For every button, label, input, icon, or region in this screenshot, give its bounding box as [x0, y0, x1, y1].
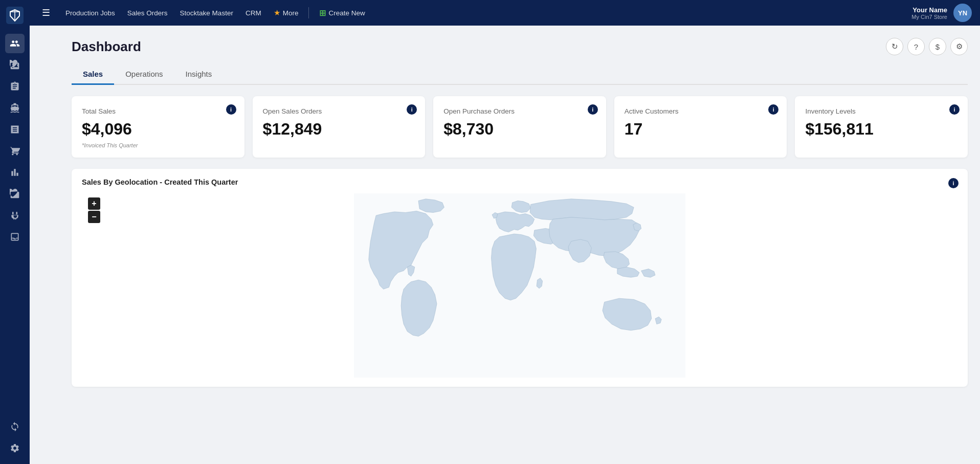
dashboard-header: Dashboard ↻ ? $ ⚙: [72, 38, 968, 55]
sidebar-icon-sync[interactable]: [5, 417, 25, 436]
tab-insights[interactable]: Insights: [174, 64, 224, 85]
map-title: Sales By Geolocation - Created This Quar…: [82, 178, 957, 186]
user-store: My Cin7 Store: [911, 14, 947, 20]
app-logo[interactable]: [6, 6, 24, 25]
sidebar-icon-ship[interactable]: [5, 98, 25, 118]
sidebar: [0, 0, 30, 464]
header-actions: ↻ ? $ ⚙: [886, 38, 968, 55]
sidebar-bottom: [5, 417, 25, 458]
sidebar-icon-factory[interactable]: [5, 120, 25, 139]
sidebar-icon-inbox[interactable]: [5, 227, 25, 247]
user-name: Your Name: [911, 6, 947, 14]
metric-card-open-sales-orders: i Open Sales Orders $12,849: [253, 96, 426, 158]
sidebar-icon-briefcase[interactable]: [5, 184, 25, 204]
main-content: Dashboard ↻ ? $ ⚙ Sales Operations Insig…: [59, 26, 980, 464]
total-sales-value: $4,096: [82, 120, 234, 138]
metric-card-inventory-levels: i Inventory Levels $156,811: [795, 96, 968, 158]
nav-crm[interactable]: CRM: [240, 6, 266, 20]
sidebar-icon-plug[interactable]: [5, 206, 25, 225]
open-sales-orders-info[interactable]: i: [407, 104, 417, 115]
open-sales-orders-value: $12,849: [263, 120, 415, 138]
zoom-in-button[interactable]: +: [88, 197, 100, 210]
world-map: [82, 193, 957, 378]
nav-more[interactable]: ★ More: [269, 5, 304, 20]
active-customers-value: 17: [625, 120, 777, 138]
refresh-button[interactable]: ↻: [886, 38, 903, 55]
user-avatar[interactable]: YN: [953, 4, 972, 22]
open-purchase-orders-label: Open Purchase Orders: [443, 107, 596, 115]
nav-production-jobs[interactable]: Production Jobs: [60, 6, 120, 20]
dashboard-title: Dashboard: [72, 39, 141, 55]
map-section: Sales By Geolocation - Created This Quar…: [72, 169, 968, 387]
inventory-levels-info[interactable]: i: [949, 104, 960, 115]
top-navigation: ☰ Production Jobs Sales Orders Stocktake…: [30, 0, 980, 26]
active-customers-label: Active Customers: [625, 107, 777, 115]
active-customers-info[interactable]: i: [768, 104, 778, 115]
metric-card-total-sales: i Total Sales $4,096 *Invoiced This Quar…: [72, 96, 244, 158]
open-sales-orders-label: Open Sales Orders: [263, 107, 415, 115]
total-sales-label: Total Sales: [82, 107, 234, 115]
nav-sales-orders[interactable]: Sales Orders: [122, 6, 173, 20]
metric-card-active-customers: i Active Customers 17: [614, 96, 787, 158]
open-purchase-orders-info[interactable]: i: [588, 104, 598, 115]
metric-card-open-purchase-orders: i Open Purchase Orders $8,730: [433, 96, 606, 158]
sidebar-icon-cart[interactable]: [5, 141, 25, 161]
help-button[interactable]: ?: [907, 38, 925, 55]
dashboard-tabs: Sales Operations Insights: [72, 64, 968, 85]
sidebar-icon-settings[interactable]: [5, 438, 25, 458]
inventory-levels-label: Inventory Levels: [805, 107, 957, 115]
nav-divider: [308, 7, 309, 18]
map-info-icon[interactable]: i: [948, 178, 959, 188]
tab-operations[interactable]: Operations: [114, 64, 174, 85]
zoom-out-button[interactable]: −: [88, 211, 100, 223]
user-info: Your Name My Cin7 Store: [911, 6, 947, 20]
hamburger-menu[interactable]: ☰: [38, 4, 54, 21]
star-icon: ★: [274, 8, 280, 17]
inventory-levels-value: $156,811: [805, 120, 957, 138]
total-sales-sub: *Invoiced This Quarter: [82, 142, 234, 148]
sidebar-icon-inventory[interactable]: [5, 55, 25, 75]
tab-sales[interactable]: Sales: [72, 64, 114, 85]
metric-cards-container: i Total Sales $4,096 *Invoiced This Quar…: [72, 96, 968, 158]
nav-stocktake-master[interactable]: Stocktake Master: [175, 6, 238, 20]
open-purchase-orders-value: $8,730: [443, 120, 596, 138]
map-container[interactable]: + −: [82, 193, 957, 378]
total-sales-info[interactable]: i: [226, 104, 236, 115]
settings-button[interactable]: ⚙: [950, 38, 968, 55]
plus-icon: ⊞: [319, 8, 326, 18]
map-zoom-controls: + −: [88, 197, 100, 223]
sidebar-icon-clipboard[interactable]: [5, 77, 25, 96]
currency-button[interactable]: $: [929, 38, 946, 55]
sidebar-icon-people[interactable]: [5, 34, 25, 53]
sidebar-icon-chart[interactable]: [5, 163, 25, 182]
nav-create-new[interactable]: ⊞ Create New: [314, 5, 370, 21]
